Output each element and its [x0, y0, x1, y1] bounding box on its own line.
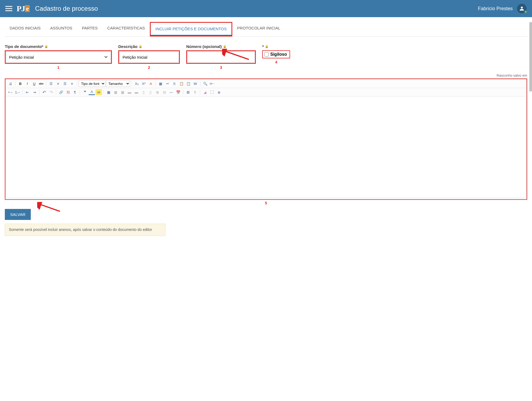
- replace-icon[interactable]: ab↔: [209, 81, 215, 87]
- underline-button[interactable]: U: [31, 81, 37, 87]
- tab-dados-iniciais[interactable]: DADOS INICIAIS: [5, 22, 45, 36]
- tab-assuntos[interactable]: ASSUNTOS: [45, 22, 77, 36]
- show-blocks-icon[interactable]: ¶: [192, 89, 198, 95]
- scrollbar[interactable]: [529, 22, 532, 241]
- annotation-box-5: 🖨 B I U abc ☰ ≡ ☰ ≡ Tipo de font Tamanho…: [5, 78, 527, 200]
- doc-type-label: Tipo de documento*🔒: [5, 44, 112, 49]
- link-icon[interactable]: 🔗: [58, 89, 64, 95]
- fullscreen-icon[interactable]: ⛶: [209, 89, 215, 95]
- align-right-icon[interactable]: ☰: [62, 81, 68, 87]
- save-button[interactable]: SALVAR: [5, 209, 31, 220]
- font-family-select[interactable]: Tipo de font: [79, 80, 105, 87]
- table-props-icon[interactable]: ▦: [112, 89, 119, 95]
- app-logo: PJe: [17, 4, 30, 13]
- print-icon[interactable]: 🖨: [7, 81, 14, 87]
- paste-text-icon[interactable]: 📋: [185, 81, 192, 87]
- col-insert-icon[interactable]: ▯: [140, 89, 147, 95]
- find-icon[interactable]: 🔍: [202, 81, 208, 87]
- number-input[interactable]: [188, 52, 254, 62]
- table-icon[interactable]: ▦: [105, 89, 112, 95]
- user-avatar[interactable]: [517, 4, 527, 13]
- sigiloso-checkbox[interactable]: [264, 52, 269, 57]
- form-row: Tipo de documento*🔒 Petição Inicial 1 De…: [5, 44, 527, 70]
- line-height-icon[interactable]: ≣: [216, 89, 222, 95]
- annotation-box-tab: INCLUIR PETIÇÕES E DOCUMENTOS: [150, 22, 232, 36]
- lock-icon: 🔒: [223, 45, 227, 48]
- superscript-icon[interactable]: X²: [140, 81, 147, 87]
- outdent-icon[interactable]: ⇤: [24, 89, 31, 95]
- description-input[interactable]: [120, 52, 178, 62]
- lock-icon: 🔒: [265, 45, 269, 48]
- annotation-number-3: 3: [186, 65, 256, 70]
- menu-icon[interactable]: [5, 6, 12, 11]
- clear-format-icon[interactable]: A̶: [147, 81, 154, 87]
- copy-icon[interactable]: ⎘: [171, 81, 178, 87]
- lock-icon: 🔒: [139, 45, 142, 48]
- redo-icon[interactable]: ↷: [48, 89, 54, 95]
- number-label: Número (opcional)🔒: [186, 44, 256, 49]
- doc-type-select[interactable]: Petição Inicial: [6, 52, 111, 62]
- editor-textarea[interactable]: [5, 96, 527, 198]
- font-size-select[interactable]: Tamanho: [106, 80, 130, 87]
- indent-icon[interactable]: ⇥: [31, 89, 37, 95]
- number-list-icon[interactable]: 1.–: [14, 89, 21, 95]
- hr-icon[interactable]: —: [168, 89, 174, 95]
- annotation-number-2: 2: [118, 65, 180, 70]
- split-cells-icon[interactable]: ⊟: [161, 89, 168, 95]
- undo-icon[interactable]: ↶: [41, 89, 47, 95]
- editor-toolbar: 🖨 B I U abc ☰ ≡ ☰ ≡ Tipo de font Tamanho…: [5, 79, 527, 96]
- select-all-icon[interactable]: ▦: [157, 81, 164, 87]
- subscript-icon[interactable]: X₂: [134, 81, 140, 87]
- paste-word-icon[interactable]: W: [192, 81, 199, 87]
- date-icon[interactable]: 📅: [175, 89, 181, 95]
- app-header: PJe Cadastro de processo Fabricio Preste…: [0, 0, 532, 17]
- row-delete-icon[interactable]: ▬: [133, 89, 140, 95]
- annotation-number-5: 5: [5, 201, 527, 205]
- annotation-box-2: [118, 50, 180, 64]
- annotation-box-4: Sigiloso: [262, 50, 290, 58]
- tabs: DADOS INICIAIS ASSUNTOS PARTES CARACTERÍ…: [5, 22, 527, 37]
- draft-saved-text: Rascunho salvo em: [5, 73, 527, 77]
- info-message: Somente será possível incluir anexos, ap…: [5, 224, 165, 236]
- eraser-icon[interactable]: ◢: [202, 89, 208, 95]
- unlink-icon[interactable]: ⛓: [65, 89, 71, 95]
- bullet-list-icon[interactable]: • –: [7, 89, 14, 95]
- col-delete-icon[interactable]: ▯: [147, 89, 154, 95]
- description-label: Descrição🔒: [118, 44, 180, 49]
- special-char-icon[interactable]: Ω: [185, 89, 191, 95]
- cell-props-icon[interactable]: ▦: [119, 89, 126, 95]
- align-left-icon[interactable]: ☰: [48, 81, 54, 87]
- annotation-box-1: Petição Inicial: [5, 50, 112, 64]
- merge-cells-icon[interactable]: ⊞: [154, 89, 161, 95]
- annotation-number-1: 1: [5, 65, 112, 70]
- annotation-box-3: [186, 50, 256, 64]
- paragraph-icon[interactable]: ¶: [72, 89, 78, 95]
- paste-icon[interactable]: 📋: [178, 81, 185, 87]
- tab-protocolar-inicial[interactable]: PROTOCOLAR INICIAL: [232, 22, 285, 36]
- text-color-icon[interactable]: A: [89, 89, 95, 95]
- bold-button[interactable]: B: [17, 81, 24, 87]
- page-title: Cadastro de processo: [35, 5, 478, 12]
- cut-icon[interactable]: ✂: [164, 81, 171, 87]
- user-name[interactable]: Fabricio Prestes: [478, 6, 513, 12]
- align-justify-icon[interactable]: ≡: [69, 81, 75, 87]
- quote-icon[interactable]: ❝: [82, 89, 88, 95]
- lock-icon: 🔒: [44, 45, 48, 48]
- annotation-number-4: 4: [262, 60, 290, 64]
- strikethrough-button[interactable]: abc: [38, 81, 44, 87]
- italic-button[interactable]: I: [24, 81, 31, 87]
- highlight-icon[interactable]: ab: [96, 89, 102, 95]
- sigiloso-header: *🔒: [262, 44, 290, 49]
- tab-caracteristicas[interactable]: CARACTERÍSTICAS: [102, 22, 150, 36]
- row-insert-icon[interactable]: ▬: [126, 89, 133, 95]
- tab-incluir-peticoes[interactable]: INCLUIR PETIÇÕES E DOCUMENTOS: [151, 23, 231, 36]
- align-center-icon[interactable]: ≡: [55, 81, 61, 87]
- sigiloso-label: Sigiloso: [270, 52, 287, 57]
- tab-partes[interactable]: PARTES: [77, 22, 102, 36]
